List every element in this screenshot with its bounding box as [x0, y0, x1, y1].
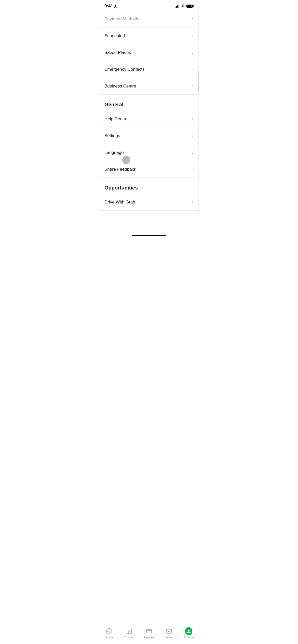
menu-item-help-centre[interactable]: Help Centre ›	[99, 111, 199, 127]
scheduled-chevron-icon: ›	[192, 33, 194, 38]
share-feedback-label: Share Feedback	[104, 167, 136, 172]
business-centre-chevron-icon: ›	[192, 83, 194, 89]
help-centre-label: Help Centre	[104, 116, 128, 122]
settings-chevron-icon: ›	[192, 133, 194, 138]
drive-with-grab-label: Drive With Grab	[104, 200, 135, 205]
menu-item-settings[interactable]: Settings ›	[99, 127, 199, 144]
opportunities-section-header: Opportunities	[99, 178, 199, 194]
drive-with-grab-chevron-icon: ›	[192, 199, 194, 205]
menu-item-payment-methods[interactable]: Payment Methods ›	[99, 11, 199, 27]
status-time: 9:41	[104, 4, 117, 9]
language-label: Language	[104, 150, 124, 155]
menu-item-saved-places[interactable]: Saved Places ›	[99, 44, 199, 61]
app-container: 9:41	[99, 0, 199, 236]
menu-item-language[interactable]: Language ›	[99, 144, 199, 161]
scheduled-label: Scheduled	[104, 33, 125, 38]
language-chevron-icon: ›	[192, 150, 194, 155]
general-section-title: General	[104, 102, 123, 107]
menu-item-share-feedback[interactable]: Share Feedback ›	[99, 161, 199, 178]
settings-label: Settings	[104, 133, 120, 138]
opportunities-section-title: Opportunities	[104, 185, 138, 191]
help-centre-chevron-icon: ›	[192, 116, 194, 122]
share-feedback-chevron-icon: ›	[192, 167, 194, 172]
scroll-thumb	[198, 71, 199, 92]
scroll-indicator-thumb	[122, 156, 130, 164]
emergency-contacts-chevron-icon: ›	[192, 67, 194, 72]
payment-methods-chevron-icon: ›	[192, 16, 194, 22]
payment-methods-label: Payment Methods	[104, 17, 139, 22]
menu-item-emergency-contacts[interactable]: Emergency Contacts ›	[99, 61, 199, 78]
business-centre-label: Business Centre	[104, 84, 136, 89]
emergency-contacts-label: Emergency Contacts	[104, 67, 145, 72]
home-indicator	[132, 235, 166, 236]
battery-icon	[186, 5, 194, 8]
saved-places-label: Saved Places	[104, 50, 131, 55]
menu-item-business-centre[interactable]: Business Centre ›	[99, 78, 199, 95]
status-bar: 9:41	[99, 0, 199, 11]
menu-item-scheduled[interactable]: Scheduled ›	[99, 27, 199, 44]
general-section-header: General	[99, 95, 199, 111]
menu-item-drive-with-grab[interactable]: Drive With Grab ›	[99, 194, 199, 211]
saved-places-chevron-icon: ›	[192, 50, 194, 55]
location-arrow-icon	[114, 4, 117, 8]
scroll-content[interactable]: Payment Methods › Scheduled › Saved Plac…	[99, 11, 199, 233]
scroll-track	[198, 10, 199, 213]
status-icons	[175, 5, 194, 8]
wifi-icon	[181, 5, 185, 8]
signal-bars-icon	[175, 5, 179, 8]
